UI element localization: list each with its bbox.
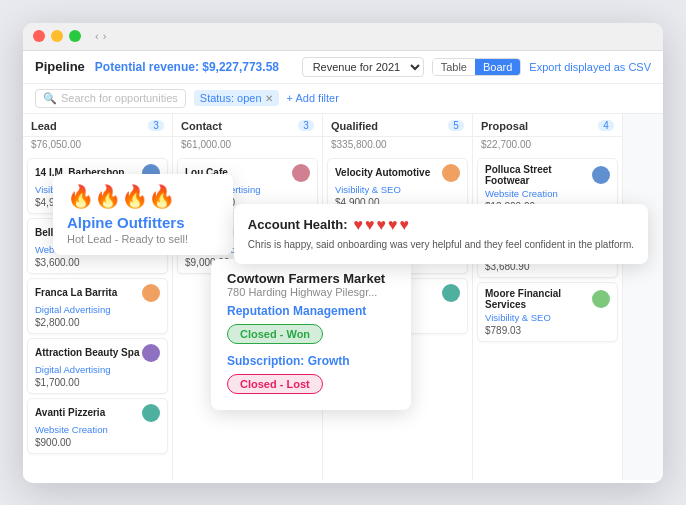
deal-service2: Subscription: Growth <box>227 354 395 368</box>
add-filter-button[interactable]: + Add filter <box>287 92 339 104</box>
hearts-row: ♥ ♥ ♥ ♥ ♥ <box>354 216 410 234</box>
deal-address: 780 Harding Highway Pilesgr... <box>227 286 395 298</box>
hot-label: Hot Lead - Ready to sell! <box>67 233 219 245</box>
heart-icon: ♥ <box>400 216 410 234</box>
board-area: Lead 3 $76,050.00 14 I.M. Barbershop Vis… <box>23 114 663 480</box>
hot-company-name: Alpine Outfitters <box>67 214 219 231</box>
account-health-tooltip: Account Health: ♥ ♥ ♥ ♥ ♥ Chris is happy… <box>234 204 648 264</box>
flame-row: 🔥🔥🔥🔥 <box>67 184 219 210</box>
maximize-button[interactable] <box>69 30 81 42</box>
deal-tooltip: Cowtown Farmers Market 780 Harding Highw… <box>211 259 411 410</box>
qualified-column-header: Qualified 5 <box>323 114 472 137</box>
avatar <box>592 166 610 184</box>
revenue-year-dropdown[interactable]: Revenue for 2021 <box>302 57 424 77</box>
list-item[interactable]: Moore Financial Services Visibility & SE… <box>477 282 618 342</box>
revenue-label: Potential revenue: $9,227,773.58 <box>95 60 279 74</box>
list-item[interactable]: Franca La Barrita Digital Advertising $2… <box>27 278 168 334</box>
heart-icon: ♥ <box>377 216 387 234</box>
avatar <box>292 164 310 182</box>
minimize-button[interactable] <box>51 30 63 42</box>
heart-icon: ♥ <box>365 216 375 234</box>
forward-arrow-icon[interactable]: › <box>103 30 107 42</box>
export-button[interactable]: Export displayed as CSV <box>529 61 651 73</box>
back-arrow-icon[interactable]: ‹ <box>95 30 99 42</box>
filter-bar: 🔍 Search for opportunities Status: open … <box>23 84 663 114</box>
remove-filter-icon[interactable]: ✕ <box>265 93 273 104</box>
closed-lost-badge: Closed - Lost <box>227 374 323 394</box>
proposal-column: Proposal 4 $22,700.00 Polluca Street Foo… <box>473 114 623 480</box>
hot-lead-tooltip: 🔥🔥🔥🔥 Alpine Outfitters Hot Lead - Ready … <box>53 174 233 255</box>
view-toggle: Table Board <box>432 58 522 76</box>
search-box[interactable]: 🔍 Search for opportunities <box>35 89 186 108</box>
search-icon: 🔍 <box>43 92 57 105</box>
toolbar: Pipeline Potential revenue: $9,227,773.5… <box>23 51 663 84</box>
search-placeholder: Search for opportunities <box>61 92 178 104</box>
board-view-button[interactable]: Board <box>475 59 520 75</box>
close-button[interactable] <box>33 30 45 42</box>
proposal-cards: Polluca Street Footwear Website Creation… <box>473 154 622 480</box>
title-bar: ‹ › <box>23 23 663 51</box>
list-item[interactable]: Attraction Beauty Spa Digital Advertisin… <box>27 338 168 394</box>
lead-column-header: Lead 3 <box>23 114 172 137</box>
list-item[interactable]: Avanti Pizzeria Website Creation $900.00 <box>27 398 168 454</box>
heart-icon: ♥ <box>388 216 398 234</box>
status-filter-chip[interactable]: Status: open ✕ <box>194 90 279 106</box>
avatar <box>442 284 460 302</box>
contact-column-header: Contact 3 <box>173 114 322 137</box>
closed-won-badge: Closed - Won <box>227 324 323 344</box>
health-text: Chris is happy, said onboarding was very… <box>248 238 634 252</box>
heart-icon: ♥ <box>354 216 364 234</box>
avatar <box>142 284 160 302</box>
table-view-button[interactable]: Table <box>433 59 475 75</box>
proposal-column-header: Proposal 4 <box>473 114 622 137</box>
deal-company-name: Cowtown Farmers Market <box>227 271 395 286</box>
avatar <box>142 404 160 422</box>
lead-column: Lead 3 $76,050.00 14 I.M. Barbershop Vis… <box>23 114 173 480</box>
avatar <box>142 344 160 362</box>
app-window: ‹ › Pipeline Potential revenue: $9,227,7… <box>23 23 663 483</box>
pipeline-title: Pipeline <box>35 59 85 74</box>
avatar <box>592 290 610 308</box>
flame-icon: 🔥🔥🔥🔥 <box>67 184 175 210</box>
deal-service1: Reputation Management <box>227 304 395 318</box>
avatar <box>442 164 460 182</box>
health-title: Account Health: ♥ ♥ ♥ ♥ ♥ <box>248 216 634 234</box>
